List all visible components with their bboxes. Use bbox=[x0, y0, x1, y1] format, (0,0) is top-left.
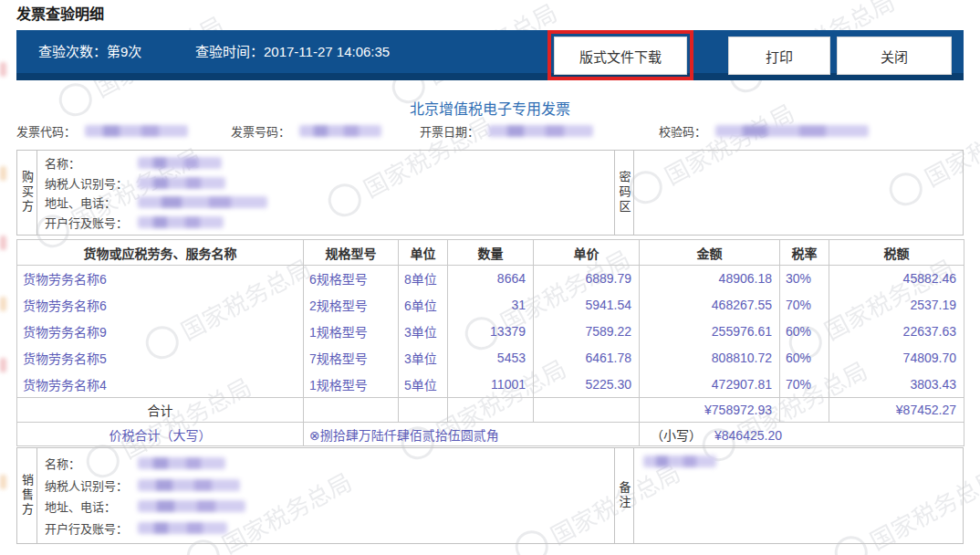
empty-cell bbox=[780, 398, 829, 423]
edge-speck bbox=[0, 166, 6, 181]
item-unit-price: 7589.22 bbox=[534, 319, 640, 345]
seller-name-label: 名称： bbox=[45, 455, 138, 472]
buyer-name-label: 名称： bbox=[45, 154, 138, 172]
item-name: 货物劳务名称6 bbox=[17, 266, 304, 292]
check-time-label: 查验时间：2017-11-27 14:06:35 bbox=[195, 30, 390, 74]
item-unit: 5单位 bbox=[399, 372, 448, 398]
small-figures-label: （小写） bbox=[651, 428, 702, 443]
redacted-seller-taxid bbox=[138, 479, 240, 491]
invoice-verification-page: 国家税务总局 国家税务总局 国家税务总局 国家税务总局 国家税务总局 国家税务总… bbox=[0, 0, 980, 555]
grand-total-figures-cell: （小写）¥846425.20 bbox=[640, 423, 964, 446]
item-tax-amount: 2537.19 bbox=[829, 292, 964, 319]
item-unit: 3单位 bbox=[399, 319, 448, 345]
redacted-invoice-code bbox=[85, 125, 188, 137]
item-amount: 808810.72 bbox=[640, 345, 780, 372]
invoice-number-field: 发票号码： bbox=[231, 122, 381, 140]
item-quantity: 8664 bbox=[448, 266, 534, 292]
item-tax-rate: 70% bbox=[780, 372, 829, 398]
item-unit-price: 5941.54 bbox=[534, 292, 640, 319]
item-spec: 7规格型号 bbox=[304, 345, 399, 372]
col-amount: 金额 bbox=[640, 240, 780, 266]
item-unit: 6单位 bbox=[399, 292, 448, 319]
item-quantity: 13379 bbox=[448, 319, 534, 345]
total-amount: ¥758972.93 bbox=[640, 398, 780, 423]
col-unit: 单位 bbox=[399, 240, 448, 266]
item-tax-rate: 70% bbox=[780, 292, 829, 319]
empty-cell bbox=[399, 398, 448, 423]
item-spec: 1规格型号 bbox=[304, 372, 399, 398]
redacted-buyer-address bbox=[138, 196, 267, 208]
buyer-bank-row: 开户行及账号： bbox=[45, 214, 614, 231]
empty-cell bbox=[534, 398, 640, 423]
grand-total-row: 价税合计（大写） ⊗捌拾肆万陆仟肆佰贰拾伍圆贰角 （小写）¥846425.20 bbox=[17, 423, 964, 446]
redacted-seller-bank bbox=[138, 522, 227, 534]
buyer-name-row: 名称： bbox=[45, 154, 614, 172]
edge-speck bbox=[0, 297, 6, 311]
item-spec: 1规格型号 bbox=[304, 319, 399, 345]
seller-fields: 名称： 纳税人识别号： 地址、电话： 开户行及账号： bbox=[37, 448, 614, 543]
close-button[interactable]: 关闭 bbox=[837, 37, 952, 75]
item-tax-amount: 3803.43 bbox=[829, 372, 964, 398]
seller-address-label: 地址、电话： bbox=[45, 497, 138, 515]
redacted-remark bbox=[643, 456, 716, 467]
item-row: 货物劳务名称5 7规格型号 3单位 5453 6461.78 808810.72… bbox=[17, 345, 964, 372]
col-tax-rate: 税率 bbox=[780, 240, 829, 266]
buyer-fields: 名称： 纳税人识别号： 地址、电话： 开户行及账号： bbox=[37, 151, 614, 235]
col-unit-price: 单价 bbox=[534, 240, 640, 266]
password-area bbox=[634, 151, 963, 235]
item-unit-price: 5225.30 bbox=[534, 372, 640, 398]
item-name: 货物劳务名称6 bbox=[17, 292, 304, 319]
col-item-name: 货物或应税劳务、服务名称 bbox=[17, 240, 304, 266]
item-name: 货物劳务名称9 bbox=[17, 319, 304, 345]
page-title: 发票查验明细 bbox=[16, 2, 104, 24]
invoice-date-label: 开票日期： bbox=[420, 122, 479, 140]
buyer-bank-label: 开户行及账号： bbox=[45, 214, 138, 231]
col-spec: 规格型号 bbox=[304, 240, 399, 266]
item-tax-rate: 60% bbox=[780, 319, 829, 345]
print-button[interactable]: 打印 bbox=[728, 37, 830, 75]
item-quantity: 11001 bbox=[448, 372, 534, 398]
seller-side-label: 销售方 bbox=[17, 448, 37, 543]
invoice-code-field: 发票代码： bbox=[16, 122, 188, 140]
seller-address-row: 地址、电话： bbox=[45, 497, 614, 515]
item-unit-price: 6461.78 bbox=[534, 345, 640, 372]
invoice-items-table: 货物或应税劳务、服务名称 规格型号 单位 数量 单价 金额 税率 税额 货物劳务… bbox=[16, 239, 964, 446]
item-row: 货物劳务名称4 1规格型号 5单位 11001 5225.30 472907.8… bbox=[17, 372, 964, 398]
redacted-invoice-number bbox=[299, 125, 381, 137]
remark-label: 备注 bbox=[614, 448, 634, 543]
item-tax-amount: 74809.70 bbox=[829, 345, 964, 372]
seller-taxid-label: 纳税人识别号： bbox=[45, 476, 138, 494]
buyer-taxid-row: 纳税人识别号： bbox=[45, 174, 614, 192]
total-tax-amount: ¥87452.27 bbox=[829, 398, 964, 423]
buyer-section: 购买方 名称： 纳税人识别号： 地址、电话： 开户行及账号： 密码区 bbox=[16, 150, 964, 236]
item-tax-rate: 60% bbox=[780, 345, 829, 372]
redacted-buyer-name bbox=[138, 157, 222, 169]
redacted-invoice-date bbox=[488, 125, 593, 137]
edge-speck bbox=[0, 236, 6, 250]
redacted-check-code bbox=[715, 125, 869, 137]
redacted-seller-name bbox=[138, 457, 225, 469]
buyer-taxid-label: 纳税人识别号： bbox=[45, 174, 138, 192]
item-name: 货物劳务名称4 bbox=[17, 372, 304, 398]
seller-section: 销售方 名称： 纳税人识别号： 地址、电话： 开户行及账号： 备注 bbox=[16, 447, 964, 544]
edge-speck bbox=[0, 62, 6, 77]
item-amount: 48906.18 bbox=[640, 266, 780, 292]
item-amount: 255976.61 bbox=[640, 319, 780, 345]
seller-bank-label: 开户行及账号： bbox=[45, 519, 138, 537]
buyer-address-label: 地址、电话： bbox=[45, 194, 138, 211]
item-unit-price: 6889.79 bbox=[534, 266, 640, 292]
check-code-field: 校验码： bbox=[659, 122, 869, 140]
invoice-meta-row: 发票代码： 发票号码： 开票日期： 校验码： bbox=[0, 122, 980, 144]
edge-speck bbox=[0, 475, 6, 489]
grand-total-words: ⊗捌拾肆万陆仟肆佰贰拾伍圆贰角 bbox=[304, 423, 640, 446]
password-area-label: 密码区 bbox=[614, 151, 634, 235]
item-unit: 3单位 bbox=[399, 345, 448, 372]
grand-total-label: 价税合计（大写） bbox=[17, 423, 304, 446]
seller-name-row: 名称： bbox=[45, 455, 614, 472]
empty-cell bbox=[448, 398, 534, 423]
item-tax-amount: 22637.63 bbox=[829, 319, 964, 345]
check-count-label: 查验次数：第9次 bbox=[38, 30, 141, 74]
seller-taxid-row: 纳税人识别号： bbox=[45, 476, 614, 494]
redacted-buyer-taxid bbox=[138, 177, 225, 189]
format-file-download-button[interactable]: 版式文件下载 bbox=[554, 37, 687, 75]
